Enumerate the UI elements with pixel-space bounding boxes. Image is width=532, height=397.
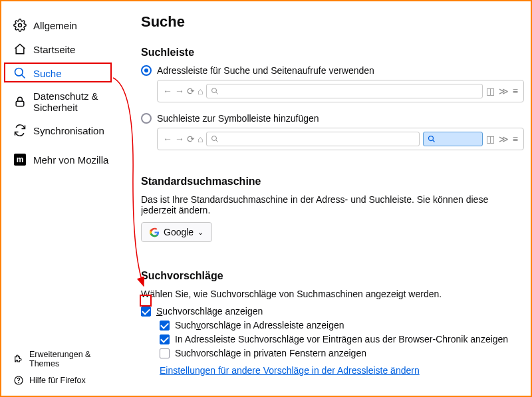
chevron-down-icon: ⌄: [198, 228, 203, 237]
checkbox-icon: [160, 348, 170, 358]
link-hilfe[interactable]: Hilfe für Firefox: [1, 372, 124, 389]
sidebar-item-label: Synchronisation: [33, 125, 104, 136]
sidebar-item-mozilla[interactable]: m Mehr von Mozilla: [1, 148, 124, 172]
sidebar-item-suche[interactable]: Suche: [1, 61, 124, 85]
help-icon: [13, 375, 24, 386]
puzzle-icon: [13, 354, 24, 364]
radio-icon: [141, 65, 152, 76]
forward-icon: →: [175, 134, 184, 144]
sidebar: Allgemein Startseite Suche Datenschutz &…: [1, 1, 124, 396]
checkbox-label: Suchvorschläge in Adressleiste anzeigen: [175, 320, 344, 331]
addr-box: [206, 132, 419, 146]
sidebar-item-label: Allgemein: [33, 20, 77, 31]
suggestions-desc: Wählen Sie, wie Suchvorschläge von Suchm…: [141, 289, 524, 299]
checkbox-suggestions-private[interactable]: Suchvorschläge in privaten Fenstern anze…: [160, 348, 524, 358]
svg-line-11: [432, 140, 434, 142]
home-icon: [13, 43, 27, 56]
svg-line-2: [22, 75, 25, 78]
sidebar-icon: ◫: [486, 134, 495, 144]
svg-line-9: [216, 140, 218, 142]
radio-label: Suchleiste zur Symbolleiste hinzufügen: [157, 113, 319, 124]
checkbox-label: Suchvorschläge in privaten Fenstern anze…: [175, 348, 366, 358]
reload-icon: ⟳: [187, 134, 195, 144]
sidebar-item-sync[interactable]: Synchronisation: [1, 118, 124, 142]
mozilla-icon: m: [13, 153, 27, 166]
search-icon: [13, 66, 27, 80]
default-engine-name: Google: [164, 227, 194, 237]
back-icon: ←: [163, 134, 172, 144]
menu-icon: ≡: [513, 86, 518, 96]
section-heading-suggestions: Suchvorschläge: [141, 270, 524, 282]
section-heading-suchleiste: Suchleiste: [141, 47, 524, 59]
checkbox-show-suggestions[interactable]: Suchvorschläge anzeigen: [141, 306, 524, 317]
radio-icon: [141, 113, 152, 124]
sidebar-item-label: Mehr von Mozilla: [33, 154, 108, 166]
sidebar-item-datenschutz[interactable]: Datenschutz & Sicherheit: [1, 85, 124, 118]
lock-icon: [13, 95, 27, 108]
sync-icon: [13, 124, 27, 137]
content-panel: Suche Suchleiste Adressleiste für Suche …: [141, 13, 524, 396]
svg-point-0: [19, 24, 22, 27]
sidebar-bottom-label: Erweiterungen & Themes: [29, 350, 116, 368]
checkbox-icon: [160, 334, 170, 344]
overflow-icon: ≫: [499, 86, 509, 96]
svg-point-10: [428, 136, 433, 141]
svg-line-7: [216, 92, 218, 94]
radio-combined[interactable]: Adressleiste für Suche und Seitenaufrufe…: [141, 65, 524, 76]
sidebar-icon: ◫: [486, 86, 495, 96]
sidebar-item-label: Suche: [33, 68, 62, 79]
menu-icon: ≡: [513, 134, 518, 144]
radio-separate[interactable]: Suchleiste zur Symbolleiste hinzufügen: [141, 113, 524, 124]
home-icon: ⌂: [198, 134, 203, 144]
home-icon: ⌂: [198, 86, 203, 96]
browser-bar-preview-combined: ← → ⟳ ⌂ ◫ ≫ ≡: [157, 80, 524, 102]
default-engine-select[interactable]: Google ⌄: [141, 222, 212, 242]
checkbox-suggestions-before-history[interactable]: In Adressleiste Suchvorschläge vor Eintr…: [160, 334, 524, 344]
svg-point-1: [15, 68, 23, 76]
svg-point-6: [212, 88, 217, 93]
link-other-suggestions[interactable]: Einstellungen für andere Vorschläge in d…: [160, 365, 420, 376]
sidebar-bottom-label: Hilfe für Firefox: [29, 376, 86, 385]
google-icon: [150, 227, 160, 237]
addr-box: [206, 84, 482, 98]
sidebar-bottom: Erweiterungen & Themes Hilfe für Firefox: [1, 346, 124, 389]
sidebar-item-label: Datenschutz & Sicherheit: [33, 90, 116, 113]
sidebar-item-startseite[interactable]: Startseite: [1, 37, 124, 61]
reload-icon: ⟳: [187, 86, 195, 96]
overflow-icon: ≫: [499, 134, 509, 144]
checkbox-label: In Adressleiste Suchvorschläge vor Eintr…: [175, 334, 508, 344]
forward-icon: →: [175, 86, 184, 96]
checkbox-icon: [160, 321, 170, 331]
svg-point-8: [212, 136, 217, 141]
sidebar-item-label: Startseite: [33, 44, 75, 55]
checkbox-icon: [141, 307, 151, 317]
default-engine-desc: Das ist Ihre Standardsuchmaschine in der…: [141, 194, 524, 215]
search-box-highlighted: [423, 132, 483, 146]
gear-icon: [13, 19, 27, 32]
back-icon: ←: [163, 86, 172, 96]
browser-bar-preview-separate: ← → ⟳ ⌂ ◫ ≫ ≡: [157, 128, 524, 150]
page-title: Suche: [141, 13, 524, 31]
svg-point-5: [19, 382, 19, 383]
svg-rect-3: [16, 101, 24, 106]
sidebar-item-allgemein[interactable]: Allgemein: [1, 13, 124, 37]
section-heading-default-engine: Standardsuchmaschine: [141, 176, 524, 188]
link-erweiterungen[interactable]: Erweiterungen & Themes: [1, 346, 124, 372]
radio-label: Adressleiste für Suche und Seitenaufrufe…: [157, 65, 374, 76]
checkbox-suggestions-addressbar[interactable]: Suchvorschläge in Adressleiste anzeigen: [160, 320, 524, 331]
checkbox-label: Suchvorschläge anzeigen: [156, 306, 263, 317]
